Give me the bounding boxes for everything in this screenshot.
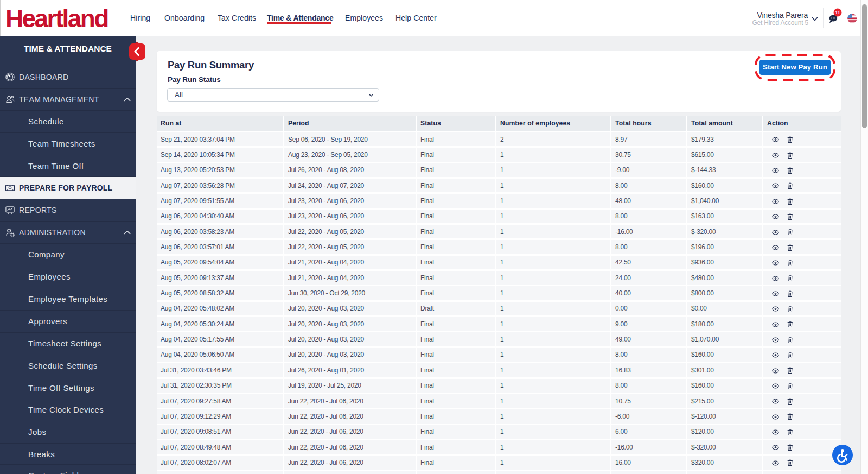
svg-text:11: 11 — [835, 10, 840, 15]
